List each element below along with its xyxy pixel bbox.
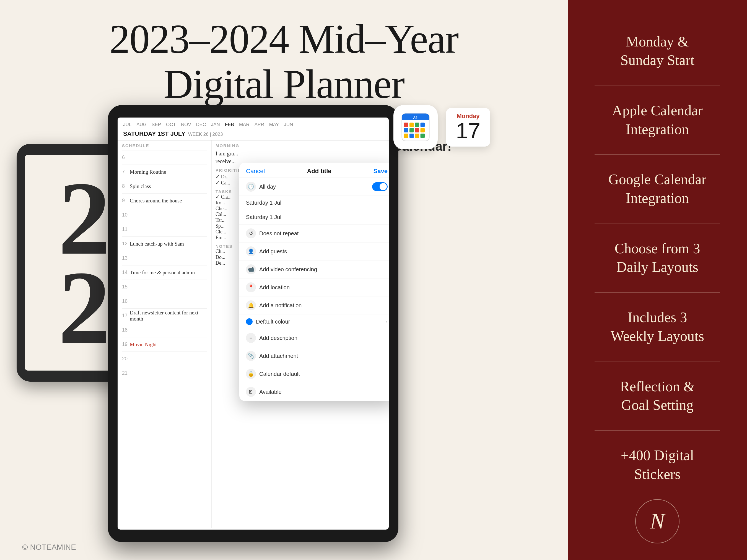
feature-google-calendar: Google CalendarIntegration	[609, 155, 706, 223]
guests-label: Add guests	[259, 248, 287, 255]
schedule-label: SCHEDULE	[122, 143, 207, 148]
svg-rect-7	[404, 128, 408, 132]
location-icon: 📍	[246, 282, 256, 292]
planner-header: JUL AUG SEP OCT NOV DEC JAN FEB MAR APR …	[118, 117, 389, 140]
date-to-label: Saturday 1 Jul	[246, 214, 281, 220]
feature-reflection: Reflection &Goal Setting	[620, 362, 695, 430]
feature-daily-layouts-text: Choose from 3Daily Layouts	[615, 239, 700, 276]
svg-rect-12	[410, 134, 414, 138]
description-label: Add description	[259, 335, 298, 341]
planner-week: WEEK 26 | 2023	[188, 132, 223, 137]
available-label: Available	[259, 389, 282, 395]
guests-icon: 👤	[246, 246, 256, 256]
color-label: Default colour	[256, 319, 290, 325]
time-row: 14 Time for me & personal admin	[122, 265, 207, 279]
allday-toggle[interactable]	[372, 182, 388, 191]
popup-cancel-button[interactable]: Cancel	[246, 167, 265, 175]
schedule-column: SCHEDULE 6 7 Morning Routine 8 Spin clas…	[118, 140, 212, 528]
calendar-default-icon: 🔒	[246, 369, 256, 379]
color-dot	[246, 318, 253, 325]
svg-rect-10	[420, 128, 425, 132]
svg-rect-11	[404, 134, 408, 138]
popup-attachment[interactable]: 📎 Add attachment	[239, 347, 389, 365]
video-label: Add video conferencing	[259, 266, 317, 273]
feature-apple-calendar-text: Apple CalendarIntegration	[612, 101, 703, 138]
svg-rect-14	[420, 134, 425, 138]
feature-monday-sunday: Monday &Sunday Start	[620, 17, 694, 85]
time-row: 21	[122, 366, 207, 380]
popup-color[interactable]: Default colour ›	[239, 314, 389, 329]
logo-letter: N	[650, 509, 665, 534]
apple-cal-date: 17	[456, 120, 481, 142]
brand-logo: N	[635, 499, 679, 543]
svg-text:31: 31	[413, 115, 418, 120]
time-row: 12 Lunch catch-up with Sam	[122, 236, 207, 251]
popup-available[interactable]: 🗓 Available	[239, 383, 389, 401]
apple-calendar-icon: Monday 17	[446, 108, 490, 146]
time-row: 7 Morning Routine	[122, 164, 207, 179]
feature-daily-layouts: Choose from 3Daily Layouts	[615, 223, 700, 292]
time-row: 11	[122, 222, 207, 236]
month-tabs: JUL AUG SEP OCT NOV DEC JAN FEB MAR APR …	[123, 122, 383, 128]
attachment-icon: 📎	[246, 351, 256, 361]
footer-credit: © NOTEAMINE	[22, 543, 76, 552]
popup-notification[interactable]: 🔔 Add a notification	[239, 296, 389, 314]
popup-date-from[interactable]: Saturday 1 Jul	[239, 196, 389, 210]
feature-reflection-text: Reflection &Goal Setting	[620, 377, 695, 415]
time-row: 18	[122, 323, 207, 337]
feature-monday-sunday-text: Monday &Sunday Start	[620, 32, 694, 70]
popup-guests[interactable]: 👤 Add guests	[239, 242, 389, 261]
credit-text: © NOTEAMINE	[22, 543, 76, 552]
time-row: 19 Movie Night	[122, 337, 207, 351]
right-column: MORNING I am gra...receive... PRIORITIE …	[212, 140, 389, 528]
google-calendar-icon: 31	[393, 105, 438, 149]
title-line1: 2023–2024 Mid–Year	[109, 16, 458, 62]
popup-video[interactable]: 📹 Add video conferencing	[239, 261, 389, 278]
popup-allday-row: 🕐 All day	[239, 178, 389, 196]
title-line2: Digital Planner	[163, 61, 404, 107]
time-row: 16	[122, 294, 207, 308]
chevron-right-icon: ›	[386, 319, 388, 325]
svg-rect-3	[404, 123, 408, 127]
calendar-popup: Cancel Add title Save 🕐 All day	[239, 163, 389, 401]
time-row: 13	[122, 251, 207, 265]
popup-description[interactable]: ≡ Add description	[239, 329, 389, 347]
time-row: 10	[122, 208, 207, 222]
allday-label: All day	[259, 184, 276, 190]
attachment-label: Add attachment	[259, 353, 298, 359]
svg-rect-5	[415, 123, 419, 127]
time-row: 9 Chores around the house	[122, 193, 207, 208]
location-label: Add location	[259, 284, 290, 291]
left-panel: 2023–2024 Mid–Year Digital Planner July …	[0, 0, 568, 560]
time-row: 15	[122, 279, 207, 294]
feature-weekly-layouts: Includes 3Weekly Layouts	[611, 293, 704, 361]
notification-label: Add a notification	[259, 302, 302, 309]
clock-icon: 🕐	[246, 182, 256, 192]
calendar-default-label: Calendar default	[259, 371, 300, 377]
feature-stickers: +400 DigitalStickers	[621, 431, 694, 499]
feature-apple-calendar: Apple CalendarIntegration	[612, 85, 703, 154]
bell-icon: 🔔	[246, 300, 256, 310]
popup-title: Add title	[307, 167, 331, 175]
description-icon: ≡	[246, 333, 256, 343]
svg-rect-4	[410, 123, 414, 127]
popup-header: Cancel Add title Save	[239, 163, 389, 178]
svg-rect-9	[415, 128, 419, 132]
right-sidebar: Monday &Sunday Start Apple CalendarInteg…	[568, 0, 747, 560]
popup-date-to[interactable]: Saturday 1 Jul	[239, 210, 389, 224]
video-icon: 📹	[246, 264, 256, 274]
popup-location[interactable]: 📍 Add location	[239, 278, 389, 296]
feature-google-calendar-text: Google CalendarIntegration	[609, 170, 706, 207]
feature-stickers-text: +400 DigitalStickers	[621, 446, 694, 483]
tablet-front: JUL AUG SEP OCT NOV DEC JAN FEB MAR APR …	[108, 105, 398, 542]
planner-screen: JUL AUG SEP OCT NOV DEC JAN FEB MAR APR …	[118, 117, 389, 530]
time-row: 6	[122, 150, 207, 164]
popup-calendar-default[interactable]: 🔒 Calendar default	[239, 365, 389, 383]
popup-save-button[interactable]: Save	[374, 167, 388, 175]
time-row: 20	[122, 351, 207, 366]
svg-rect-6	[420, 123, 425, 127]
popup-repeat[interactable]: ↺ Does not repeat	[239, 224, 389, 242]
time-row: 8 Spin class	[122, 179, 207, 193]
svg-rect-8	[410, 128, 414, 132]
page-title: 2023–2024 Mid–Year Digital Planner	[109, 17, 458, 107]
